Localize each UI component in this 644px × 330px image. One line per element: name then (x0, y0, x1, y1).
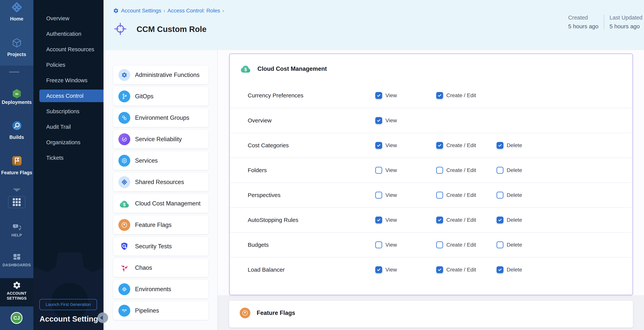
view-checkbox[interactable] (375, 142, 382, 149)
nav-home-label[interactable]: Home (0, 16, 34, 22)
category-service-reliability[interactable]: Service Reliability (113, 130, 208, 148)
view-checkbox[interactable] (375, 117, 382, 124)
create-edit-checkbox[interactable] (436, 167, 443, 174)
category-pipelines[interactable]: Pipelines (113, 301, 208, 320)
nav-builds-label[interactable]: Builds (0, 134, 34, 140)
category-environments[interactable]: Environments (113, 280, 208, 298)
avatar[interactable]: CJ (11, 312, 22, 324)
delete-cell: Delete (496, 266, 522, 273)
permission-rows: Currency Preferences View Create / Edit … (230, 83, 632, 282)
permission-row-folders: Folders View Create / Edit Delete (230, 158, 632, 183)
subnav-item-tickets[interactable]: Tickets (34, 150, 104, 166)
create-edit-label: Create / Edit (446, 217, 476, 223)
cloud-cost-icon: $ (240, 64, 251, 74)
pipelines-icon (118, 305, 130, 317)
view-checkbox[interactable] (375, 217, 382, 223)
delete-label: Delete (507, 192, 522, 198)
delete-checkbox[interactable] (496, 266, 504, 273)
create-edit-cell: Create / Edit (436, 266, 476, 273)
view-checkbox[interactable] (375, 92, 382, 99)
category-cloud-cost-management[interactable]: $ Cloud Cost Management (113, 194, 208, 213)
dashboards-label[interactable]: DASHBOARDS (0, 263, 34, 267)
ccm-section-header: $ Cloud Cost Management (240, 64, 327, 74)
nav-projects[interactable] (0, 38, 34, 49)
subnav-item-freeze-windows[interactable]: Freeze Windows (34, 73, 104, 88)
view-label: View (386, 117, 397, 124)
module-picker-button[interactable] (8, 196, 26, 208)
nav-builds[interactable] (0, 120, 34, 132)
create-edit-checkbox[interactable] (436, 266, 443, 273)
view-label: View (386, 142, 397, 148)
category-administrative-functions[interactable]: Administrative Functions (113, 66, 208, 84)
category-security-tests[interactable]: Security Tests (113, 237, 208, 256)
category-services[interactable]: Services (113, 151, 208, 170)
breadcrumb-account-settings[interactable]: Account Settings (121, 8, 161, 14)
view-checkbox[interactable] (375, 241, 382, 248)
nav-feature-flags[interactable] (0, 155, 34, 167)
nav-projects-label[interactable]: Projects (0, 52, 34, 57)
view-label: View (386, 92, 397, 98)
subnav-item-organizations[interactable]: Organizations (34, 135, 104, 150)
view-checkbox[interactable] (375, 167, 382, 174)
create-edit-checkbox[interactable] (436, 92, 443, 99)
subnav-item-overview[interactable]: Overview (34, 11, 104, 26)
view-checkbox[interactable] (375, 266, 382, 273)
dashboards-button[interactable] (0, 253, 34, 262)
category-gitops[interactable]: GitOps (113, 87, 208, 106)
breadcrumb-roles[interactable]: Access Control: Roles (168, 8, 220, 14)
rail-more-chevron[interactable] (0, 189, 34, 192)
create-edit-checkbox[interactable] (436, 241, 443, 248)
service-reliability-icon (118, 133, 130, 145)
help-label[interactable]: HELP (0, 233, 34, 237)
nav-account-settings[interactable]: ACCOUNT SETTINGS (0, 278, 34, 306)
delete-checkbox[interactable] (496, 217, 504, 223)
help-button[interactable]: ? (0, 223, 34, 233)
create-edit-checkbox[interactable] (436, 142, 443, 149)
create-edit-label: Create / Edit (446, 167, 476, 173)
create-edit-label: Create / Edit (446, 242, 476, 248)
chevron-down-icon (13, 189, 21, 192)
subnav-item-subscriptions[interactable]: Subscriptions (34, 104, 104, 119)
deployments-icon: ∞ (12, 88, 22, 100)
create-edit-cell: Create / Edit (436, 241, 476, 248)
category-shared-resources[interactable]: Shared Resources (113, 173, 208, 191)
view-label: View (386, 192, 397, 198)
delete-checkbox[interactable] (496, 241, 504, 248)
delete-checkbox[interactable] (496, 167, 504, 174)
delete-checkbox[interactable] (496, 192, 504, 199)
delete-label: Delete (507, 142, 522, 148)
chaos-icon (118, 262, 130, 274)
create-edit-cell: Create / Edit (436, 167, 476, 174)
view-label: View (386, 167, 397, 173)
create-edit-cell: Create / Edit (436, 142, 476, 149)
subnav-item-policies[interactable]: Policies (34, 57, 104, 73)
cloud-cost-icon: $ (118, 198, 130, 210)
nav-deployments[interactable]: ∞ (0, 88, 34, 100)
view-checkbox[interactable] (375, 192, 382, 199)
subnav-item-access-control[interactable]: Access Control (39, 90, 104, 102)
module-grid-icon (13, 198, 21, 206)
permission-row-budgets: Budgets View Create / Edit Delete (230, 232, 632, 257)
section-title: Feature Flags (257, 309, 295, 316)
subnav-item-account-resources[interactable]: Account Resources (34, 42, 104, 57)
shared-resources-icon (118, 176, 130, 188)
create-edit-checkbox[interactable] (436, 217, 443, 223)
subnav-item-audit-trail[interactable]: Audit Trail (34, 119, 104, 135)
feature-flags-permissions-card: Feature Flags (229, 301, 633, 327)
category-environment-groups[interactable]: Environment Groups (113, 108, 208, 127)
permission-row-cost-categories: Cost Categories View Create / Edit Delet… (230, 133, 632, 158)
category-chaos[interactable]: Chaos (113, 258, 208, 277)
svg-text:?: ? (14, 224, 16, 228)
nav-deployments-label[interactable]: Deployments (0, 99, 34, 105)
gear-icon (118, 69, 130, 81)
delete-cell: Delete (496, 167, 522, 174)
ccm-permissions-card: $ Cloud Cost Management Currency Prefere… (229, 54, 633, 295)
launch-first-generation-button[interactable]: Launch First Generation (39, 299, 97, 310)
subnav-item-authentication[interactable]: Authentication (34, 26, 104, 42)
create-edit-checkbox[interactable] (436, 192, 443, 199)
nav-feature-flags-label[interactable]: Feature Flags (0, 170, 34, 176)
collapse-nav-button[interactable] (98, 312, 108, 323)
category-feature-flags[interactable]: Feature Flags (113, 216, 208, 234)
nav-home[interactable] (0, 2, 34, 14)
delete-checkbox[interactable] (496, 142, 504, 149)
